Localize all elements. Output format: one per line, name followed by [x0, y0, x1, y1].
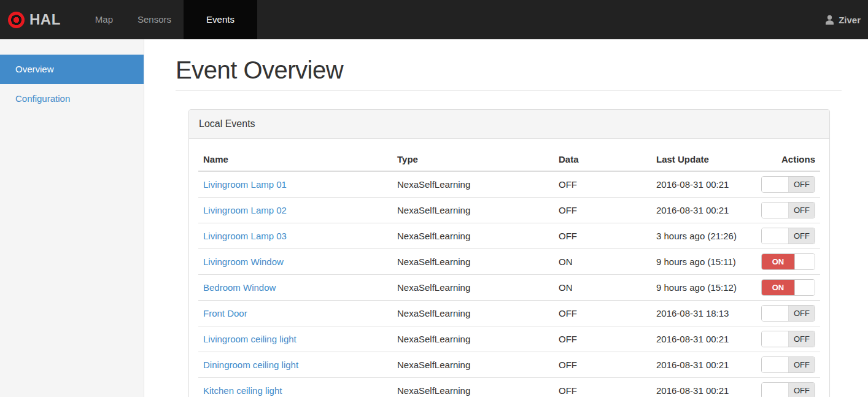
toggle-handle [794, 280, 815, 295]
event-data-value: OFF [554, 378, 651, 397]
panel-body: Name Type Data Last Update Actions Livin… [189, 139, 829, 397]
event-data-value: OFF [554, 223, 651, 249]
nav-item-map[interactable]: Map [83, 0, 125, 39]
toggle-state-label: ON [762, 280, 794, 295]
event-last-update: 3 hours ago (21:26) [651, 223, 756, 249]
event-type: NexaSelfLearning [392, 249, 554, 275]
events-table-body: Livingroom Lamp 01 NexaSelfLearning OFF … [198, 171, 820, 397]
event-name-link[interactable]: Kitchen ceiling light [203, 385, 282, 396]
event-last-update: 2016-08-31 18:13 [651, 301, 756, 326]
local-events-panel: Local Events Name Type Data Last Update … [188, 109, 830, 397]
toggle-state-label: OFF [789, 357, 815, 372]
event-type: NexaSelfLearning [392, 223, 554, 249]
events-table: Name Type Data Last Update Actions Livin… [198, 148, 820, 397]
sidebar-item-configuration[interactable]: Configuration [0, 84, 144, 114]
event-name-link[interactable]: Livingroom Lamp 03 [203, 231, 287, 241]
event-data-value: OFF [554, 326, 651, 352]
event-name-link[interactable]: Livingroom Lamp 01 [203, 179, 287, 190]
power-toggle[interactable]: OFF [761, 382, 815, 397]
event-type: NexaSelfLearning [392, 352, 554, 378]
toggle-handle [762, 177, 789, 192]
event-type: NexaSelfLearning [392, 378, 554, 397]
table-row: Livingroom Lamp 02 NexaSelfLearning OFF … [198, 198, 820, 223]
power-toggle[interactable]: OFF [761, 357, 815, 373]
event-data-value: OFF [554, 198, 651, 223]
event-data-value: ON [554, 249, 651, 275]
toggle-handle [762, 228, 789, 244]
event-data-value: OFF [554, 352, 651, 378]
event-last-update: 9 hours ago (15:11) [651, 249, 756, 275]
username: Ziver [839, 15, 861, 25]
event-last-update: 2016-08-31 00:21 [651, 352, 756, 378]
event-last-update: 2016-08-31 00:21 [651, 326, 756, 352]
event-data-value: OFF [554, 301, 651, 326]
user-icon [824, 15, 835, 25]
col-header-data: Data [554, 148, 651, 171]
page-title: Event Overview [176, 56, 842, 91]
power-toggle[interactable]: OFF [761, 176, 815, 193]
toggle-handle [762, 331, 789, 347]
table-row: Livingroom Lamp 03 NexaSelfLearning OFF … [198, 223, 820, 249]
table-row: Kitchen ceiling light NexaSelfLearning O… [198, 378, 820, 397]
toggle-state-label: OFF [789, 383, 815, 397]
table-row: Livingroom ceiling light NexaSelfLearnin… [198, 326, 820, 352]
toggle-state-label: OFF [789, 202, 815, 218]
table-row: Bedroom Window NexaSelfLearning ON 9 hou… [198, 275, 820, 301]
top-navbar: HAL Map Sensors Events Ziver [0, 0, 868, 39]
power-toggle[interactable]: OFF [761, 305, 815, 322]
col-header-actions: Actions [756, 148, 820, 171]
nav-item-sensors[interactable]: Sensors [125, 0, 184, 39]
toggle-state-label: OFF [789, 306, 815, 321]
toggle-handle [762, 306, 789, 321]
event-data-value: OFF [554, 171, 651, 198]
col-header-type: Type [392, 148, 554, 171]
event-last-update: 9 hours ago (15:12) [651, 275, 756, 301]
event-type: NexaSelfLearning [392, 301, 554, 326]
event-last-update: 2016-08-31 00:21 [651, 198, 756, 223]
hal-logo-icon [8, 12, 25, 28]
power-toggle[interactable]: OFF [761, 331, 815, 347]
event-type: NexaSelfLearning [392, 275, 554, 301]
event-last-update: 2016-08-31 00:21 [651, 378, 756, 397]
power-toggle[interactable]: ON [761, 253, 815, 270]
event-last-update: 2016-08-31 00:21 [651, 171, 756, 198]
table-header-row: Name Type Data Last Update Actions [198, 148, 820, 171]
toggle-handle [794, 254, 815, 269]
brand[interactable]: HAL [0, 0, 72, 39]
table-row: Diningroom ceiling light NexaSelfLearnin… [198, 352, 820, 378]
event-name-link[interactable]: Front Door [203, 308, 247, 318]
toggle-handle [762, 202, 789, 218]
event-type: NexaSelfLearning [392, 198, 554, 223]
event-name-link[interactable]: Livingroom ceiling light [203, 334, 296, 344]
col-header-last-update: Last Update [651, 148, 756, 171]
toggle-state-label: OFF [789, 177, 815, 192]
event-data-value: ON [554, 275, 651, 301]
table-row: Front Door NexaSelfLearning OFF 2016-08-… [198, 301, 820, 326]
power-toggle[interactable]: OFF [761, 228, 815, 244]
event-name-link[interactable]: Diningroom ceiling light [203, 360, 298, 370]
toggle-state-label: OFF [789, 228, 815, 244]
col-header-name: Name [198, 148, 392, 171]
event-name-link[interactable]: Bedroom Window [203, 282, 276, 293]
table-row: Livingroom Window NexaSelfLearning ON 9 … [198, 249, 820, 275]
main-content: Event Overview Local Events Name Type Da… [144, 39, 868, 397]
nav-item-events[interactable]: Events [184, 0, 257, 39]
panel-title: Local Events [189, 110, 829, 139]
power-toggle[interactable]: ON [761, 279, 815, 296]
event-name-link[interactable]: Livingroom Window [203, 256, 284, 267]
event-name-link[interactable]: Livingroom Lamp 02 [203, 205, 287, 215]
brand-label: HAL [29, 11, 61, 28]
toggle-state-label: OFF [789, 331, 815, 347]
table-row: Livingroom Lamp 01 NexaSelfLearning OFF … [198, 171, 820, 198]
toggle-handle [762, 357, 789, 372]
toggle-state-label: ON [762, 254, 794, 269]
main-nav: Map Sensors Events [83, 0, 257, 39]
sidebar: Overview Configuration [0, 39, 144, 397]
user-menu[interactable]: Ziver [824, 0, 868, 39]
event-type: NexaSelfLearning [392, 326, 554, 352]
power-toggle[interactable]: OFF [761, 202, 815, 218]
event-type: NexaSelfLearning [392, 171, 554, 198]
toggle-handle [762, 383, 789, 397]
sidebar-item-overview[interactable]: Overview [0, 55, 144, 84]
